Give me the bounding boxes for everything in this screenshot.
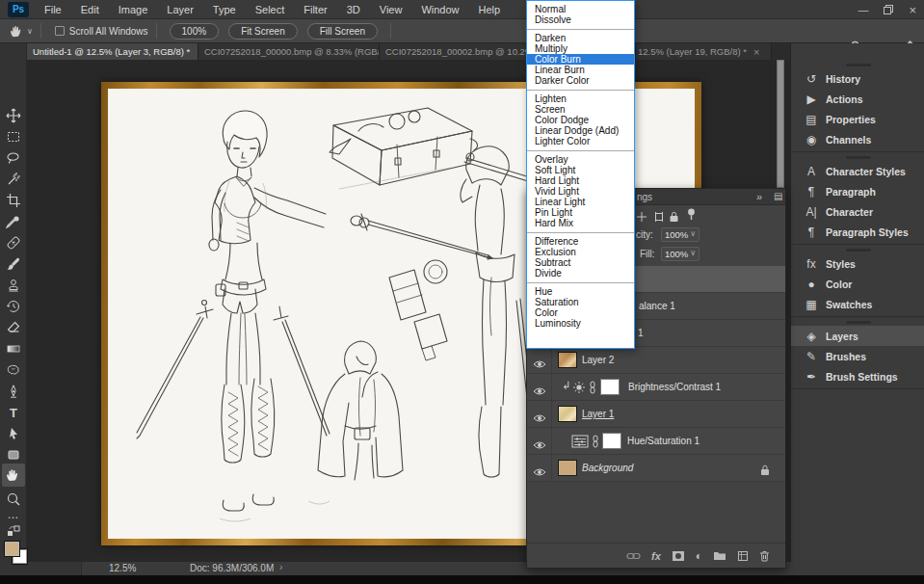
blend-mode-option-darken[interactable]: Darken — [527, 33, 634, 43]
chevron-down-icon[interactable]: ∨ — [690, 249, 696, 257]
menu-view[interactable]: View — [370, 0, 412, 19]
move-tool[interactable] — [2, 105, 25, 126]
lasso-tool[interactable] — [2, 147, 25, 169]
dock-item-swatches[interactable]: ▦Swatches — [791, 294, 924, 314]
gradient-tool[interactable] — [2, 338, 25, 359]
fill-field[interactable]: 100%∨ — [661, 247, 700, 261]
layer-style-fx-icon[interactable]: fx — [651, 550, 661, 562]
scroll-all-windows-checkbox[interactable] — [55, 26, 65, 36]
menu-file[interactable]: File — [35, 0, 71, 19]
zoom-100-button[interactable]: 100% — [170, 23, 220, 40]
panel-menu-icon[interactable]: ▤ — [774, 191, 782, 201]
menu-layer[interactable]: Layer — [157, 0, 203, 19]
history-brush-tool[interactable] — [2, 296, 25, 317]
blend-mode-option-soft-light[interactable]: Soft Light — [527, 165, 634, 175]
blend-mode-option-overlay[interactable]: Overlay — [527, 154, 634, 165]
blend-mode-option-pin-light[interactable]: Pin Light — [527, 207, 634, 218]
dock-item-character[interactable]: A|Character — [791, 201, 924, 222]
blend-mode-option-color-burn[interactable]: Color Burn — [527, 54, 634, 65]
lock-position-icon[interactable] — [636, 209, 647, 226]
mask-link-icon[interactable] — [592, 435, 599, 452]
menu-select[interactable]: Select — [246, 0, 295, 19]
menu-window[interactable]: Window — [411, 0, 468, 19]
panel-group-grip[interactable] — [846, 321, 871, 324]
visibility-eye-icon[interactable] — [533, 464, 546, 481]
visibility-eye-icon[interactable] — [533, 437, 546, 454]
eyedropper-tool[interactable] — [2, 211, 25, 232]
new-group-icon[interactable] — [713, 550, 726, 561]
menu-help[interactable]: Help — [469, 0, 511, 19]
menu-image[interactable]: Image — [109, 0, 158, 19]
chevron-down-icon[interactable]: ∨ — [690, 229, 696, 238]
blend-mode-option-subtract[interactable]: Subtract — [527, 257, 634, 268]
blend-mode-option-hue[interactable]: Hue — [527, 286, 634, 297]
pen-tool[interactable] — [2, 381, 25, 402]
restore-icon[interactable] — [884, 1, 893, 18]
blend-mode-option-linear-light[interactable]: Linear Light — [527, 197, 634, 207]
blend-mode-option-normal[interactable]: Normal — [527, 4, 634, 14]
lock-artboard-icon[interactable] — [653, 209, 665, 226]
dock-item-actions[interactable]: ▶Actions — [791, 89, 924, 109]
blend-mode-option-vivid-light[interactable]: Vivid Light — [527, 186, 634, 197]
menu-edit[interactable]: Edit — [71, 0, 109, 19]
dock-item-paragraph-styles[interactable]: ¶Paragraph Styles — [791, 222, 924, 242]
dock-item-brushes[interactable]: ✎Brushes — [791, 346, 924, 366]
visibility-eye-icon[interactable] — [533, 410, 546, 427]
blend-mode-option-multiply[interactable]: Multiply — [527, 43, 634, 54]
new-adjustment-layer-icon[interactable]: ◐ — [696, 549, 702, 563]
path-selection-tool[interactable] — [2, 423, 25, 444]
dock-item-properties[interactable]: ▤Properties — [791, 109, 924, 129]
dock-item-brush-settings[interactable]: ✒Brush Settings — [791, 366, 924, 386]
pin-icon[interactable] — [687, 207, 696, 225]
foreground-color-swatch[interactable] — [5, 542, 19, 556]
layer-row[interactable]: Layer 1 — [527, 401, 785, 428]
blend-mode-option-dissolve[interactable]: Dissolve — [527, 14, 634, 25]
blend-mode-option-linear-dodge-add[interactable]: Linear Dodge (Add) — [527, 125, 634, 136]
layer-row-adjustment[interactable]: Hue/Saturation 1 — [527, 428, 785, 455]
status-zoom-field[interactable]: 12.5% — [109, 563, 136, 573]
close-icon[interactable]: × — [909, 3, 916, 17]
blend-mode-option-linear-burn[interactable]: Linear Burn — [527, 65, 634, 75]
chevron-down-icon[interactable]: ∨ — [27, 27, 33, 36]
dock-item-styles[interactable]: fxStyles — [791, 253, 924, 274]
layer-row[interactable]: Layer 2 — [527, 347, 785, 374]
spot-healing-brush-tool[interactable] — [2, 232, 25, 253]
document-tab-2[interactable]: CCI07252018_00000.bmp @ 8.33% (RGB/8) × — [198, 43, 380, 60]
crop-tool[interactable] — [2, 190, 25, 211]
dock-item-layers[interactable]: ◈Layers — [791, 326, 924, 346]
dock-item-paragraph[interactable]: ¶Paragraph — [791, 181, 924, 201]
layer-thumbnail[interactable] — [558, 460, 577, 476]
panel-group-grip[interactable] — [846, 249, 871, 252]
new-layer-icon[interactable] — [737, 550, 749, 562]
blend-mode-option-divide[interactable]: Divide — [527, 268, 634, 279]
panel-group-grip[interactable] — [846, 64, 871, 66]
panel-tab[interactable]: ngs — [637, 192, 652, 202]
eraser-tool[interactable] — [2, 317, 25, 338]
layer-thumbnail[interactable] — [558, 406, 577, 422]
swap-colors-icon[interactable] — [2, 523, 25, 539]
blend-mode-option-hard-mix[interactable]: Hard Mix — [527, 218, 634, 228]
layer-mask-thumbnail[interactable] — [600, 379, 620, 395]
collapse-panel-icon[interactable]: » — [756, 191, 762, 202]
document-tab-1[interactable]: Untitled-1 @ 12.5% (Layer 3, RGB/8) * × — [27, 43, 198, 60]
dock-item-history[interactable]: ↺History — [791, 68, 924, 89]
blend-mode-option-color-dodge[interactable]: Color Dodge — [527, 115, 634, 125]
magic-wand-tool[interactable] — [2, 169, 25, 190]
status-options-chevron[interactable]: › — [279, 562, 282, 572]
layer-row-background[interactable]: Background — [527, 455, 785, 482]
delete-layer-icon[interactable] — [759, 550, 770, 562]
add-layer-mask-icon[interactable] — [672, 550, 685, 562]
dock-item-character-styles[interactable]: ACharacter Styles — [791, 161, 924, 181]
close-tab-icon[interactable]: × — [753, 46, 759, 58]
zoom-tool[interactable] — [2, 489, 25, 510]
document-scrollbar[interactable] — [777, 60, 784, 188]
blend-mode-option-lighten[interactable]: Lighten — [527, 93, 634, 104]
fill-screen-button[interactable]: Fill Screen — [307, 23, 378, 40]
layer-mask-thumbnail[interactable] — [602, 433, 621, 449]
type-tool[interactable]: T — [2, 402, 25, 423]
lock-all-icon[interactable] — [669, 209, 679, 226]
link-layers-icon[interactable] — [626, 552, 641, 560]
menu-type[interactable]: Type — [203, 0, 246, 19]
blend-mode-option-luminosity[interactable]: Luminosity — [527, 318, 634, 329]
dock-item-color[interactable]: ●Color — [791, 274, 924, 294]
